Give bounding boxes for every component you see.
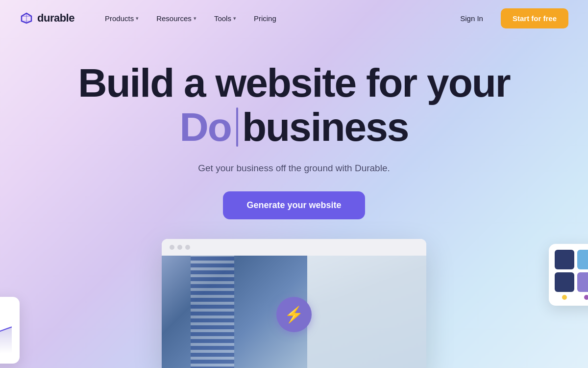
browser-dot-green bbox=[185, 245, 190, 250]
browser-content: ⚡ bbox=[162, 256, 426, 368]
hero-line2-suffix: business bbox=[242, 105, 408, 149]
nav-pricing[interactable]: Pricing bbox=[247, 10, 283, 26]
color-palette-card bbox=[549, 244, 588, 306]
logo[interactable]: durable bbox=[20, 11, 74, 25]
browser-bar bbox=[162, 239, 426, 256]
stats-card: 180% ↗ bbox=[0, 297, 20, 364]
nav-tools[interactable]: Tools ▾ bbox=[207, 10, 243, 26]
hero-subtitle: Get your business off the ground with Du… bbox=[198, 163, 390, 174]
logo-text: durable bbox=[37, 12, 74, 25]
preview-area: 180% ↗ bbox=[0, 239, 588, 368]
swatch-1 bbox=[555, 250, 574, 269]
browser-dot-yellow bbox=[177, 245, 182, 250]
chevron-down-icon: ▾ bbox=[233, 15, 236, 22]
lightning-icon: ⚡ bbox=[276, 297, 312, 332]
nav-products[interactable]: Products ▾ bbox=[98, 10, 146, 26]
hero-section: Build a website for your Do business Get… bbox=[0, 36, 588, 368]
hero-title-line1: Build a website for your bbox=[78, 61, 510, 105]
browser-window: ⚡ bbox=[162, 239, 426, 368]
chevron-down-icon: ▾ bbox=[136, 15, 139, 22]
nav-links: Products ▾ Resources ▾ Tools ▾ Pricing bbox=[98, 10, 450, 26]
stats-percent: 180% ↗ bbox=[0, 305, 12, 318]
dot-1 bbox=[562, 295, 567, 300]
palette-dot-container-2 bbox=[577, 295, 588, 300]
nav-tools-label: Tools bbox=[214, 14, 231, 23]
typing-cursor bbox=[236, 107, 238, 147]
nav-resources-label: Resources bbox=[156, 14, 192, 23]
nav-products-label: Products bbox=[105, 14, 134, 23]
nav-resources[interactable]: Resources ▾ bbox=[149, 10, 203, 26]
navbar: durable Products ▾ Resources ▾ Tools ▾ P… bbox=[0, 0, 588, 36]
nav-right: Sign In Start for free bbox=[450, 8, 568, 28]
swatch-5 bbox=[555, 272, 574, 292]
dot-2 bbox=[584, 295, 588, 300]
swatch-6 bbox=[577, 272, 588, 292]
durable-logo-icon bbox=[20, 11, 33, 25]
typed-word: Do bbox=[180, 105, 231, 149]
hero-title-line2: Do business bbox=[180, 105, 409, 149]
start-for-free-button[interactable]: Start for free bbox=[501, 8, 568, 28]
hero-title: Build a website for your bbox=[78, 61, 510, 105]
palette-dot-container-1 bbox=[555, 295, 574, 300]
browser-dot-red bbox=[170, 245, 174, 250]
swatch-2 bbox=[577, 250, 588, 269]
generate-website-button[interactable]: Generate your website bbox=[223, 191, 365, 219]
sign-in-button[interactable]: Sign In bbox=[450, 9, 493, 27]
stats-chart bbox=[0, 324, 12, 354]
chevron-down-icon: ▾ bbox=[194, 15, 196, 22]
nav-pricing-label: Pricing bbox=[254, 14, 276, 23]
